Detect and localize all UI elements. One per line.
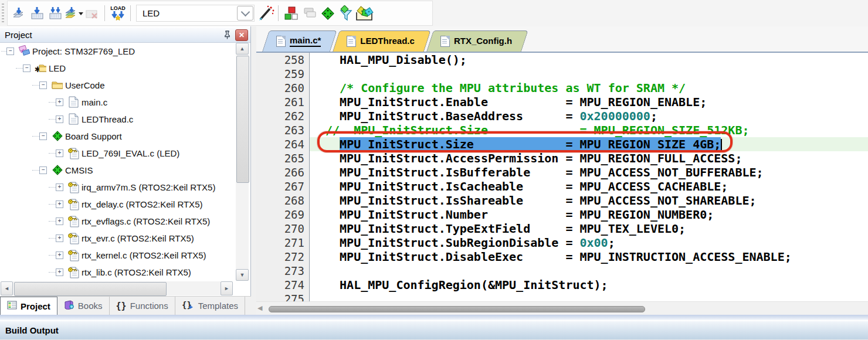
tab-label: Project <box>21 301 50 311</box>
tree-item[interactable]: +LED_769I_EVAL.c (LED) <box>1 145 233 162</box>
panel-separator[interactable] <box>0 315 868 321</box>
code-line[interactable]: 267 MPU_InitStruct.IsCacheable = MPU_ACC… <box>256 179 868 193</box>
tree-item-label: Project: STM32F769_LED <box>32 46 135 56</box>
tree-item[interactable]: +main.c <box>1 94 233 111</box>
code-line[interactable]: 262 MPU_InitStruct.BaseAddress = 0x20000… <box>256 109 868 123</box>
tab-books[interactable]: ?Books <box>57 297 110 315</box>
code-line[interactable]: 271 MPU_InitStruct.SubRegionDisable = 0x… <box>256 236 868 250</box>
tree-expander[interactable]: + <box>56 268 63 276</box>
tree-expander[interactable]: − <box>39 132 47 140</box>
editor-horizontal-scrollbar[interactable]: ◀ <box>256 301 868 315</box>
batch-build-button[interactable] <box>65 4 83 22</box>
code-text: MPU_InitStruct.IsCacheable = MPU_ACCESS_… <box>326 179 728 193</box>
tree-item[interactable]: +rtx_lib.c (RTOS2:Keil RTX5) <box>1 264 233 281</box>
code-line[interactable]: 273 <box>256 264 868 278</box>
close-icon[interactable]: ✕ <box>235 29 248 41</box>
tree-expander[interactable]: − <box>39 81 47 89</box>
tree-item[interactable]: −Board Support <box>1 128 233 145</box>
file-key-icon <box>67 266 79 278</box>
editor-hscroll-thumb[interactable] <box>269 306 645 312</box>
tree-expander[interactable]: + <box>56 183 63 191</box>
translate-button[interactable] <box>10 4 28 22</box>
translate-icon <box>11 6 27 21</box>
toolbar-grip[interactable] <box>2 4 4 22</box>
code-line[interactable]: 260 /* Configure the MPU attributes as W… <box>256 81 868 95</box>
stop-build-button[interactable] <box>83 4 101 22</box>
tree-expander[interactable]: + <box>56 200 63 208</box>
code-line[interactable]: 269 MPU_InitStruct.Number = MPU_REGION_N… <box>256 208 868 222</box>
tree-item[interactable]: +rtx_kernel.c (RTOS2:Keil RTX5) <box>1 247 233 264</box>
code-line[interactable]: 258 HAL_MPU_Disable(); <box>256 53 868 67</box>
target-icon <box>18 45 30 57</box>
tree-item[interactable]: −✱LED <box>1 60 233 77</box>
code-text: MPU_InitStruct.TypeExtField = MPU_TEX_LE… <box>326 222 686 236</box>
tree-item-label: LED <box>49 63 66 73</box>
editor-tab-main-c-[interactable]: main.c* <box>262 30 330 52</box>
scroll-right-icon[interactable]: ► <box>221 281 233 295</box>
manage-rte-button[interactable] <box>318 4 337 22</box>
scroll-left-icon[interactable]: ◄ <box>1 281 13 295</box>
options-for-target-button[interactable] <box>256 4 274 22</box>
line-number: 274 <box>256 278 304 292</box>
code-line[interactable]: 259 <box>256 67 868 81</box>
scroll-down-icon[interactable]: ▼ <box>236 269 249 281</box>
editor-tab-ledthread-c[interactable]: LEDThread.c <box>333 30 424 52</box>
green-diamond-icon <box>320 5 336 22</box>
tree-expander[interactable]: − <box>6 47 14 55</box>
tree-expander[interactable]: + <box>56 115 63 123</box>
functions-icon: {} <box>116 301 127 311</box>
multi-project-workspace-button[interactable] <box>300 4 318 22</box>
stop-build-icon <box>84 6 100 21</box>
toolbar-separator <box>278 5 279 21</box>
tree-expander[interactable]: + <box>56 149 63 157</box>
manage-project-items-button[interactable] <box>282 4 300 22</box>
tree-item[interactable]: +rtx_evr.c (RTOS2:Keil RTX5) <box>1 230 233 247</box>
scroll-left-icon[interactable]: ◀ <box>257 304 262 312</box>
tree-expander[interactable]: + <box>56 234 63 242</box>
code-line[interactable]: 272 MPU_InitStruct.DisableExec = MPU_INS… <box>256 250 868 264</box>
code-line[interactable]: 265 MPU_InitStruct.AccessPermission = MP… <box>256 151 868 165</box>
target-select[interactable]: LED <box>136 5 255 22</box>
tree-item[interactable]: +rtx_delay.c (RTOS2:Keil RTX5) <box>1 196 233 213</box>
code-area[interactable]: 258 HAL_MPU_Disable();259260 /* Configur… <box>256 53 868 302</box>
tree-expander[interactable]: + <box>56 217 63 225</box>
code-line[interactable]: 270 MPU_InitStruct.TypeExtField = MPU_TE… <box>256 222 868 236</box>
code-line[interactable]: 266 MPU_InitStruct.IsBufferable = MPU_AC… <box>256 165 868 179</box>
pin-icon[interactable] <box>221 29 233 41</box>
code-line[interactable]: 275 <box>256 292 868 302</box>
editor-tab-rtx-config-h[interactable]: RTX_Config.h <box>426 30 521 52</box>
code-line[interactable]: 261 MPU_InitStruct.Enable = MPU_REGION_E… <box>256 95 868 109</box>
tree-vscroll-thumb[interactable] <box>236 56 249 183</box>
tree-expander[interactable]: + <box>56 98 63 106</box>
code-text: /* Configure the MPU attributes as WT fo… <box>326 81 686 95</box>
tree-horizontal-scrollbar[interactable]: ◄ ► <box>1 281 233 295</box>
line-number: 263 <box>256 123 304 137</box>
scroll-up-icon[interactable]: ▲ <box>236 43 249 55</box>
tree-expander[interactable]: − <box>39 166 47 174</box>
tree-item[interactable]: −UserCode <box>1 77 233 94</box>
tree-hscroll-thumb[interactable] <box>14 282 167 296</box>
download-button[interactable]: LOAD <box>108 4 127 22</box>
code-line[interactable]: 268 MPU_InitStruct.IsShareable = MPU_ACC… <box>256 193 868 208</box>
tree-item[interactable]: +irq_armv7m.S (RTOS2:Keil RTX5) <box>1 179 233 196</box>
tree-item[interactable]: +LEDThread.c <box>1 111 233 128</box>
select-software-packs-button[interactable] <box>337 4 355 22</box>
pack-installer-button[interactable] <box>355 4 373 22</box>
tree-item[interactable]: −Project: STM32F769_LED <box>1 43 233 60</box>
line-number: 262 <box>256 109 304 123</box>
chevron-down-icon[interactable] <box>237 6 253 21</box>
build-button[interactable] <box>28 4 46 22</box>
code-line[interactable]: 274 HAL_MPU_ConfigRegion(&MPU_InitStruct… <box>256 278 868 292</box>
tree-vertical-scrollbar[interactable]: ▲ ▼ <box>236 43 249 281</box>
tree-item[interactable]: −CMSIS <box>1 162 233 179</box>
tab-functions[interactable]: {}Functions <box>110 297 175 315</box>
magic-wand-icon <box>257 5 274 22</box>
rebuild-button[interactable] <box>46 4 65 22</box>
tab-templates[interactable]: {}Templates <box>175 297 245 315</box>
tree-expander[interactable]: − <box>23 64 30 72</box>
tree-expander[interactable]: + <box>56 251 63 259</box>
code-editor: main.c*LEDThread.cRTX_Config.h 258 HAL_M… <box>256 26 868 315</box>
tree-item[interactable]: +rtx_evflags.c (RTOS2:Keil RTX5) <box>1 213 233 230</box>
line-number: 270 <box>256 222 304 236</box>
tab-project[interactable]: Project <box>0 297 57 315</box>
